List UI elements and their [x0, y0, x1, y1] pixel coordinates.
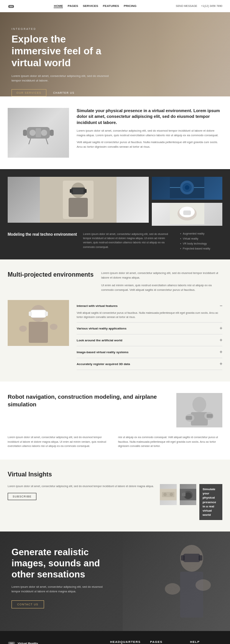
accordion-item-3: Look around the artificial world +	[77, 334, 222, 346]
accordion-label-4: Image-based virtual reality systems	[77, 351, 128, 354]
robot-text-left: Lorem ipsum dolor sit amet, consectetur …	[8, 435, 112, 448]
multi-bottom: Interact with virtual features − Velit a…	[8, 300, 222, 370]
generate-content: Generate realistic images, sounds and ot…	[0, 532, 115, 623]
generate-person-svg	[123, 532, 230, 631]
send-message-link[interactable]: SEND MESSAGE	[176, 5, 197, 7]
our-services-button[interactable]: OUR SERVICES	[12, 89, 46, 96]
insights-svg-1	[160, 484, 177, 505]
accordion-header-2[interactable]: Various virtual reality applications +	[77, 326, 222, 331]
accordion-plus-icon-4: +	[220, 349, 222, 355]
accordion-label-5: Accurately register acquired 3D data	[77, 362, 130, 366]
hero-section: INTEGRATED Explore the immersive feel of…	[0, 12, 230, 96]
hero-tag: INTEGRATED	[12, 28, 111, 30]
simulate-heading: Simulate your physical presence in a vir…	[77, 108, 222, 126]
logo	[8, 3, 15, 10]
footer-help-label: HELP	[190, 640, 222, 644]
footer-brand-name: Virtual Reality	[18, 642, 38, 644]
accordion-item-2: Various virtual reality applications +	[77, 323, 222, 334]
svg-rect-28	[183, 210, 191, 215]
generate-title: Generate realistic images, sounds and ot…	[12, 547, 104, 580]
insights-caption: Simulate your physical presence in a rea…	[199, 484, 222, 520]
footer-top: Virtual Reality Virtual Reality Elemento…	[8, 640, 222, 644]
nav-pages[interactable]: PAGES	[67, 4, 78, 8]
footer-help: HELP Visit Help Center Who Us FOLLOW US …	[190, 640, 222, 644]
nav-home[interactable]: HOME	[54, 4, 63, 8]
footer-pages: PAGES Expertise User Login Blog Testimon…	[150, 640, 182, 644]
accordion-item-5: Accurately register acquired 3D data +	[77, 358, 222, 370]
multi-image	[8, 300, 69, 346]
svg-rect-61	[199, 555, 202, 561]
list-item-3: VR body technology	[180, 242, 222, 245]
contact-us-button[interactable]: CONTACT US	[12, 600, 44, 608]
white-device-svg	[152, 203, 222, 224]
dark-image-top	[152, 177, 222, 200]
dark-side-images	[152, 177, 222, 226]
svg-line-10	[29, 139, 31, 144]
svg-rect-43	[186, 416, 192, 420]
robot-text-right: nisi ut aliquip ex ea commodo consequat.…	[118, 435, 222, 448]
accordion-header-3[interactable]: Look around the artificial world +	[77, 337, 222, 343]
insights-image-1	[160, 484, 177, 505]
person-vr-svg	[8, 177, 149, 223]
svg-point-22	[185, 185, 189, 190]
multi-top: Multi-projected environments Lorem ipsum…	[8, 271, 222, 292]
svg-point-33	[19, 326, 27, 332]
accordion-minus-icon: −	[220, 303, 222, 308]
insights-description: Lorem ipsum dolor sit amet, consectetur …	[8, 484, 154, 488]
svg-rect-8	[23, 130, 27, 136]
multi-description: Lorem ipsum dolor sit amet, consectetur …	[101, 271, 222, 292]
accordion-item-1: Interact with virtual features − Velit a…	[77, 300, 222, 323]
dark-list: Augmented reality Virtual reality VR bod…	[180, 232, 222, 252]
footer: Virtual Reality Virtual Reality Elemento…	[0, 631, 230, 644]
svg-rect-9	[50, 130, 54, 136]
simulate-para1: Lorem ipsum dolor sit amet, consectetur …	[77, 129, 222, 138]
footer-headquarters-label: HEADQUARTERS	[110, 640, 142, 644]
multi-person-svg	[8, 300, 69, 346]
nav-features[interactable]: FEATURES	[103, 4, 119, 8]
accordion-item-4: Image-based virtual reality systems +	[77, 346, 222, 358]
footer-logo-icon	[8, 640, 15, 644]
nav-services[interactable]: SERVICES	[83, 4, 98, 8]
accordion-plus-icon-3: +	[220, 337, 222, 343]
logo-icon	[8, 3, 15, 10]
svg-rect-15	[69, 198, 88, 217]
charter-us-button[interactable]: CHARTER US	[50, 89, 77, 96]
insights-images: Simulate your physical presence in a rea…	[160, 484, 222, 520]
accordion-header-5[interactable]: Accurately register acquired 3D data +	[77, 361, 222, 367]
multi-title-block: Multi-projected environments	[8, 271, 94, 292]
accordion-header-1[interactable]: Interact with virtual features −	[77, 303, 222, 308]
svg-rect-53	[184, 492, 186, 496]
accordion-label-2: Various virtual reality applications	[77, 327, 127, 330]
svg-rect-54	[123, 532, 230, 631]
subscribe-button[interactable]: SUBSCRIBE	[8, 493, 36, 500]
svg-rect-35	[31, 310, 46, 318]
hero-description: Lorem ipsum dolor sit amet, consectetur …	[12, 74, 111, 83]
generate-section: Generate realistic images, sounds and ot…	[0, 532, 230, 631]
svg-rect-56	[180, 572, 203, 618]
svg-point-57	[165, 583, 180, 595]
nav-pricing[interactable]: PRICING	[124, 4, 136, 8]
simulate-text: Simulate your physical presence in a vir…	[69, 108, 222, 158]
insights-layout: Lorem ipsum dolor sit amet, consectetur …	[8, 484, 222, 520]
footer-headquarters: HEADQUARTERS Paradise Road 111, Office 3…	[110, 640, 142, 644]
svg-rect-37	[45, 311, 48, 316]
accordion: Interact with virtual features − Velit a…	[77, 300, 222, 370]
robot-title-block: Robot navigation, construction modeling,…	[8, 393, 170, 427]
accordion-header-4[interactable]: Image-based virtual reality systems +	[77, 349, 222, 355]
insights-caption-text: Simulate your physical presence in a rea…	[202, 487, 219, 517]
dark-images	[8, 177, 222, 226]
svg-rect-17	[70, 189, 73, 193]
accordion-content-1: Velit aliquat sagitis id consectetur pur…	[77, 311, 222, 319]
multi-section: Multi-projected environments Lorem ipsum…	[0, 259, 230, 382]
insights-image-row: Simulate your physical presence in a rea…	[160, 484, 222, 520]
vr-controller-svg	[19, 117, 58, 148]
svg-rect-16	[71, 187, 85, 194]
nav-links: HOME PAGES SERVICES FEATURES PRICING	[54, 4, 136, 8]
insights-top: Virtual Insights	[8, 471, 222, 478]
generate-bg-decoration	[123, 532, 230, 631]
robot-section: Robot navigation, construction modeling,…	[0, 382, 230, 460]
accordion-label-3: Look around the artificial world	[77, 339, 122, 342]
hero-title: Explore the immersive feel of a virtual …	[12, 33, 111, 69]
svg-point-5	[30, 130, 36, 136]
accordion-plus-icon-5: +	[220, 361, 222, 367]
